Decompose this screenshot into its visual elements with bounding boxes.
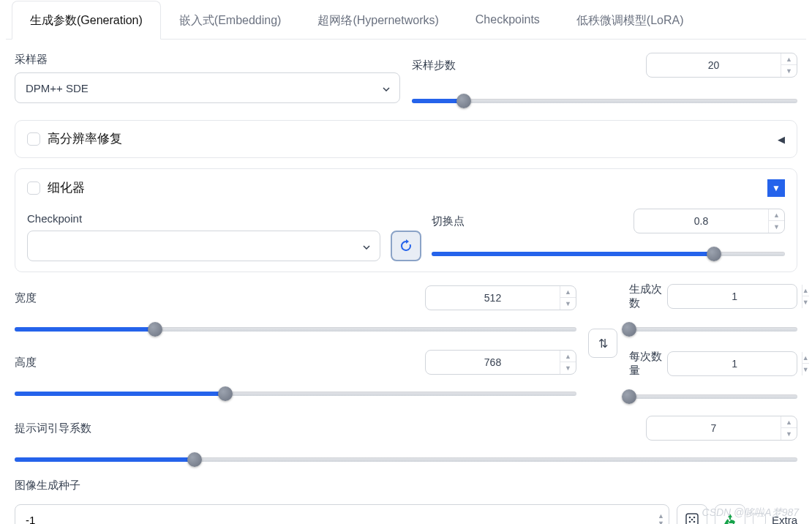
height-number[interactable]: ▲ ▼ xyxy=(425,350,576,375)
seed-field[interactable]: ▲ ▼ xyxy=(15,504,669,524)
refiner-switch-slider[interactable] xyxy=(432,247,785,261)
height-label: 高度 xyxy=(15,356,37,370)
refiner-switch-input[interactable] xyxy=(634,215,768,227)
width-down[interactable]: ▼ xyxy=(560,298,576,310)
batch-count-label: 生成次数 xyxy=(629,282,667,310)
svg-point-5 xyxy=(693,521,696,523)
hires-panel: 高分辨率修复 ◀ xyxy=(15,120,797,158)
batch-size-up[interactable]: ▲ xyxy=(802,352,809,364)
height-input[interactable] xyxy=(426,356,560,368)
random-seed-button[interactable] xyxy=(677,504,707,524)
batch-size-input[interactable] xyxy=(668,358,802,370)
seed-extra-checkbox[interactable] xyxy=(753,513,766,524)
refiner-switch-down[interactable]: ▼ xyxy=(769,221,784,233)
sampler-select[interactable]: DPM++ SDE xyxy=(15,72,400,103)
batch-count-input[interactable] xyxy=(668,291,802,302)
refiner-checkpoint-label: Checkpoint xyxy=(27,212,380,225)
cfg-label: 提示词引导系数 xyxy=(15,422,91,435)
swap-vertical-icon: ⇅ xyxy=(598,337,608,351)
steps-number[interactable]: ▲ ▼ xyxy=(646,53,797,78)
svg-point-2 xyxy=(693,517,696,519)
seed-label: 图像生成种子 xyxy=(15,479,797,493)
seed-input[interactable] xyxy=(26,514,658,525)
width-slider[interactable] xyxy=(15,322,576,337)
hires-label: 高分辨率修复 xyxy=(48,131,122,147)
cfg-down[interactable]: ▼ xyxy=(781,428,797,440)
tab-hypernetworks[interactable]: 超网络(Hypernetworks) xyxy=(299,1,456,40)
seed-down[interactable]: ▼ xyxy=(658,520,664,524)
tab-embedding[interactable]: 嵌入式(Embedding) xyxy=(161,1,300,40)
tab-checkpoints[interactable]: Checkpoints xyxy=(457,1,558,40)
width-up[interactable]: ▲ xyxy=(560,286,576,298)
steps-slider[interactable] xyxy=(412,94,797,108)
refiner-switch-number[interactable]: ▲ ▼ xyxy=(634,209,785,233)
width-input[interactable] xyxy=(426,292,560,304)
refresh-button[interactable] xyxy=(391,231,421,261)
seed-up[interactable]: ▲ xyxy=(658,512,664,520)
width-label: 宽度 xyxy=(15,291,37,305)
cfg-number[interactable]: ▲ ▼ xyxy=(646,416,797,441)
svg-point-4 xyxy=(689,521,691,523)
cfg-input[interactable] xyxy=(647,422,781,434)
steps-label: 采样步数 xyxy=(412,59,456,72)
svg-point-3 xyxy=(691,519,693,521)
refresh-icon xyxy=(399,239,413,253)
batch-size-label: 每次数量 xyxy=(629,350,667,378)
sampler-value: DPM++ SDE xyxy=(26,82,89,94)
refiner-checkbox[interactable] xyxy=(27,181,40,195)
steps-up[interactable]: ▲ xyxy=(781,53,797,65)
hires-checkbox[interactable] xyxy=(27,132,40,146)
steps-input[interactable] xyxy=(647,59,781,71)
cfg-slider[interactable] xyxy=(15,452,797,467)
recycle-icon xyxy=(722,512,738,524)
batch-count-slider[interactable] xyxy=(629,322,797,337)
refiner-switch-up[interactable]: ▲ xyxy=(769,209,784,221)
batch-count-down[interactable]: ▼ xyxy=(802,296,809,308)
tab-lora[interactable]: 低秩微调模型(LoRA) xyxy=(558,1,702,40)
batch-size-down[interactable]: ▼ xyxy=(802,364,809,375)
tab-generation[interactable]: 生成参数(Generation) xyxy=(12,1,161,40)
dice-icon xyxy=(684,512,700,524)
reuse-seed-button[interactable] xyxy=(715,504,745,524)
batch-size-number[interactable]: ▲ ▼ xyxy=(667,351,797,376)
height-up[interactable]: ▲ xyxy=(560,351,576,362)
batch-count-number[interactable]: ▲ ▼ xyxy=(667,284,797,309)
batch-size-slider[interactable] xyxy=(629,389,797,404)
sampler-label: 采样器 xyxy=(15,53,400,67)
triangle-left-icon[interactable]: ◀ xyxy=(778,134,785,145)
seed-extra-label: Extra xyxy=(772,514,797,525)
refiner-panel: 细化器 ▼ Checkpoint 切换点 xyxy=(15,168,797,272)
swap-dimensions-button[interactable]: ⇅ xyxy=(588,329,617,358)
cfg-up[interactable]: ▲ xyxy=(781,416,797,428)
triangle-down-icon[interactable]: ▼ xyxy=(767,179,785,197)
svg-point-1 xyxy=(689,517,691,519)
width-number[interactable]: ▲ ▼ xyxy=(425,285,576,310)
refiner-switch-label: 切换点 xyxy=(432,214,465,228)
batch-count-up[interactable]: ▲ xyxy=(802,285,809,296)
refiner-label: 细化器 xyxy=(48,180,85,196)
refiner-checkpoint-select[interactable] xyxy=(27,231,380,261)
steps-down[interactable]: ▼ xyxy=(781,65,797,77)
tabs-row: 生成参数(Generation) 嵌入式(Embedding) 超网络(Hype… xyxy=(6,0,806,39)
height-down[interactable]: ▼ xyxy=(560,362,576,374)
height-slider[interactable] xyxy=(15,386,576,401)
